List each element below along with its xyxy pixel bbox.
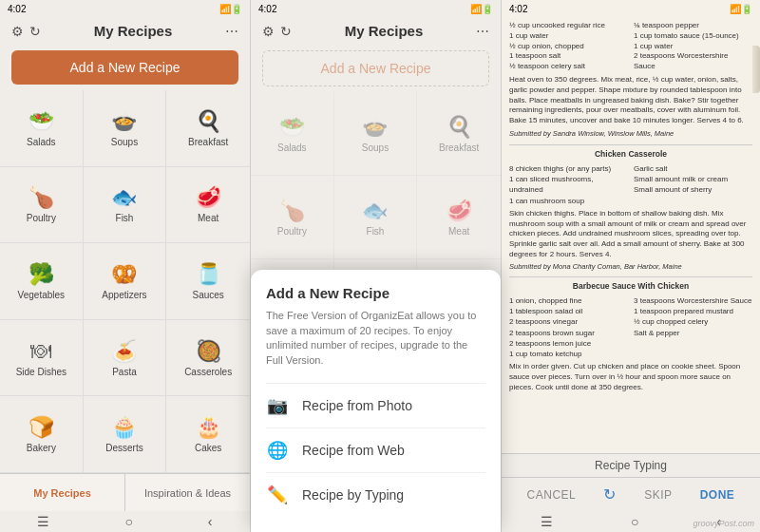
category-soups[interactable]: 🍲Soups [84, 90, 167, 167]
more-icon[interactable]: ⋯ [225, 24, 238, 39]
cat-icon-soups: 🍲 [362, 115, 388, 140]
nav-inspiration[interactable]: Inspiration & Ideas [125, 474, 250, 511]
add-recipe-btn-dashed: Add a New Recipe [262, 50, 489, 86]
signal-icons-1: 📶🔋 [219, 4, 242, 14]
cat-icon-vegetables: 🥦 [28, 262, 54, 287]
category-grid: 🥗Salads🍲Soups🍳Breakfast🍗Poultry🐟Fish🥩Mea… [0, 90, 250, 473]
cat-label-soups: Soups [362, 142, 389, 153]
category-desserts[interactable]: 🧁Desserts [84, 396, 167, 473]
recipe-typing-label: Recipe Typing [502, 453, 760, 477]
header-right-icons: ⋯ [225, 24, 238, 39]
cat-icon-appetizers: 🥨 [111, 262, 137, 287]
menu-btn-3[interactable]: ☰ [541, 514, 553, 529]
cat-label-appetizers: Appetizers [102, 290, 146, 300]
header-title-2: My Recipes [292, 23, 476, 39]
cat-icon-desserts: 🧁 [111, 415, 137, 440]
photo-icon: 📷 [266, 395, 289, 416]
signal-icons-3: 📶🔋 [730, 4, 752, 14]
chicken-ingredients: 8 chicken thighs (or any parts) 1 can sl… [509, 163, 752, 206]
cat-label-casseroles: Casseroles [184, 367, 232, 377]
status-bar-2: 4:02 📶🔋 [251, 0, 501, 17]
cat-label-poultry: Poultry [277, 226, 307, 237]
header-left-icons-2: ⚙ ↻ [262, 24, 292, 39]
more-icon-2[interactable]: ⋯ [476, 24, 489, 39]
cat-label-soups: Soups [111, 137, 138, 147]
nav-my-recipes[interactable]: My Recipes [0, 474, 125, 511]
category-breakfast[interactable]: 🍳Breakfast [166, 90, 250, 167]
category-pasta[interactable]: 🍝Pasta [84, 320, 167, 397]
bottom-nav-1: My Recipes Inspiration & Ideas [0, 473, 250, 511]
category-soups[interactable]: 🍲Soups [334, 92, 418, 176]
category-salads[interactable]: 🥗Salads [0, 90, 84, 167]
category-fish[interactable]: 🐟Fish [334, 176, 418, 259]
bbq-ingredients: 1 onion, chopped fine 1 tablespoon salad… [509, 295, 752, 359]
cat-icon-poultry: 🍗 [28, 185, 54, 210]
watermark: groovyPost.com [693, 519, 754, 528]
bbq-title: Barbecue Sauce With Chicken [509, 281, 752, 293]
recipe-by-typing[interactable]: ✏️ Recipe by Typing [266, 472, 485, 517]
panel-my-recipes: 4:02 📶🔋 ⚙ ↻ My Recipes ⋯ Add a New Recip… [0, 0, 251, 532]
refresh-button[interactable]: ↻ [603, 485, 617, 504]
settings-icon-2[interactable]: ⚙ [262, 24, 275, 39]
recipe-intro-text: ½ cup uncooked regular rice 1 cup water … [509, 21, 752, 139]
cat-label-fish: Fish [116, 213, 134, 223]
typing-label: Recipe by Typing [302, 487, 404, 503]
category-sauces[interactable]: 🫙Sauces [166, 243, 250, 320]
cat-label-meat: Meat [448, 226, 469, 237]
category-breakfast[interactable]: 🍳Breakfast [417, 92, 501, 176]
back-btn-1[interactable]: ‹ [208, 514, 213, 529]
category-poultry[interactable]: 🍗Poultry [0, 167, 84, 244]
recipe-from-web[interactable]: 🌐 Recipe from Web [266, 428, 485, 472]
cat-icon-fish: 🐟 [362, 199, 388, 223]
cat-icon-pasta: 🍝 [111, 339, 137, 364]
time-2: 4:02 [258, 4, 276, 14]
panel-recipe-text: 4:02 📶🔋 ½ cup uncooked regular rice 1 cu… [502, 0, 760, 532]
cat-label-sauces: Sauces [192, 290, 223, 300]
chicken-casserole-title: Chicken Casserole [509, 149, 752, 161]
refresh-icon[interactable]: ↻ [29, 24, 41, 39]
category-meat[interactable]: 🥩Meat [166, 167, 250, 244]
cat-icon-meat: 🥩 [196, 185, 221, 210]
cat-label-cakes: Cakes [195, 443, 221, 453]
home-btn-3[interactable]: ○ [631, 514, 638, 529]
page-curl [752, 46, 760, 93]
category-poultry[interactable]: 🍗Poultry [251, 176, 334, 259]
done-button[interactable]: DONE [700, 488, 735, 502]
cat-icon-meat: 🥩 [446, 199, 472, 223]
category-appetizers[interactable]: 🥨Appetizers [84, 243, 167, 320]
category-bakery[interactable]: 🍞Bakery [0, 396, 84, 473]
cat-label-bakery: Bakery [27, 443, 56, 453]
signal-icons-2: 📶🔋 [470, 4, 493, 14]
category-side dishes[interactable]: 🍽Side Dishes [0, 320, 84, 397]
recipe-bottom-bar: CANCEL ↻ SKIP DONE [502, 477, 760, 511]
status-bar-3: 4:02 📶🔋 [502, 0, 760, 17]
cat-icon-salads: 🥗 [279, 115, 305, 140]
cat-icon-cakes: 🎂 [196, 415, 221, 440]
photo-label: Recipe from Photo [302, 398, 412, 413]
category-fish[interactable]: 🐟Fish [84, 167, 167, 244]
modal-description: The Free Version of OrganizEat allows yo… [266, 309, 485, 368]
settings-icon[interactable]: ⚙ [11, 24, 24, 39]
menu-btn-1[interactable]: ☰ [37, 514, 49, 529]
header-right-icons-2: ⋯ [476, 24, 489, 39]
cat-label-poultry: Poultry [27, 213, 56, 223]
status-bar-1: 4:02 📶🔋 [0, 0, 250, 17]
cancel-button[interactable]: CANCEL [527, 488, 577, 502]
home-btn-1[interactable]: ○ [124, 514, 132, 529]
refresh-icon-2[interactable]: ↻ [280, 24, 292, 39]
add-recipe-button[interactable]: Add a New Recipe [11, 50, 238, 85]
cat-label-salads: Salads [27, 137, 56, 147]
cat-icon-bakery: 🍞 [28, 415, 54, 440]
header-left-icons: ⚙ ↻ [11, 24, 41, 39]
panel-add-recipe: 4:02 📶🔋 ⚙ ↻ My Recipes ⋯ Add a New Recip… [251, 0, 502, 532]
category-meat[interactable]: 🥩Meat [417, 176, 501, 259]
category-vegetables[interactable]: 🥦Vegetables [0, 243, 84, 320]
bbq-instructions: Mix in order given. Cut up chicken and p… [509, 362, 752, 392]
cat-icon-soups: 🍲 [111, 109, 137, 134]
category-salads[interactable]: 🥗Salads [251, 92, 334, 176]
recipe-from-photo[interactable]: 📷 Recipe from Photo [266, 383, 485, 428]
category-casseroles[interactable]: 🥘Casseroles [166, 320, 250, 397]
cat-label-pasta: Pasta [112, 367, 137, 377]
category-cakes[interactable]: 🎂Cakes [166, 396, 250, 473]
skip-button[interactable]: SKIP [644, 488, 672, 502]
